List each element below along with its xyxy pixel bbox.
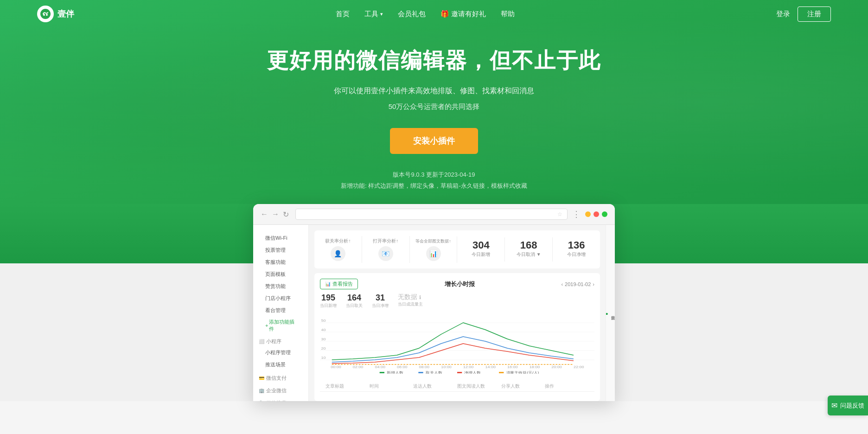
stat-new-value: 304 <box>457 239 504 251</box>
browser-window-controls <box>585 211 607 217</box>
sidebar-item-platform[interactable]: 看台管理 <box>259 305 303 316</box>
browser-more-button[interactable]: ⋮ <box>572 209 581 219</box>
login-button[interactable]: 登录 <box>776 10 790 19</box>
prev-date-icon[interactable]: ‹ <box>561 281 563 287</box>
logo-text: 壹伴 <box>57 8 74 19</box>
stat-new-label: 今日新增 <box>457 251 504 258</box>
svg-text:02:00: 02:00 <box>353 365 364 369</box>
install-button[interactable]: 安装小插件 <box>390 128 478 154</box>
stat-open-rate: 打开率分析↑ 📧 <box>362 236 410 263</box>
growth-stat-nodata: 无数据 ℹ 当日成流量主 <box>398 293 423 309</box>
sidebar-item-wifi[interactable]: 微信Wi-Fi <box>259 232 303 244</box>
hero-subtitle: 你可以使用壹伴小插件来高效地排版、修图、找素材和回消息 <box>334 84 534 98</box>
table-header: 文章标题 时间 送达人数 图文阅读人数 分享人数 操作 <box>320 381 594 392</box>
nav-member[interactable]: 会员礼包 <box>398 10 426 19</box>
stat-net-value: 136 <box>553 239 600 251</box>
navbar-actions: 登录 注册 <box>776 6 831 22</box>
svg-rect-29 <box>457 372 462 373</box>
sidebar-add-plugin[interactable]: + 添加功能插件 <box>259 317 303 334</box>
gift-icon: 🎁 <box>440 10 449 18</box>
nav-tools[interactable]: 工具 <box>364 10 383 19</box>
nav-links: 首页 工具 会员礼包 🎁 邀请有好礼 帮助 <box>336 10 515 19</box>
nav-invite[interactable]: 🎁 邀请有好礼 <box>440 10 486 19</box>
growth-cancel-label: 当日取关 <box>346 303 363 309</box>
svg-text:净增人数: 净增人数 <box>464 371 481 374</box>
stat-fan-rate: 获关率分析↑ 👤 <box>314 236 362 263</box>
hero-subtitle2: 50万公众号运营者的共同选择 <box>389 102 480 111</box>
sidebar-item-service[interactable]: 客服功能 <box>259 256 303 268</box>
svg-text:10: 10 <box>321 356 326 360</box>
stat-cancel-today: 168 今日取消 ▼ <box>505 237 553 262</box>
svg-rect-25 <box>380 372 384 373</box>
sidebar-title-enterprise: 🏢 企业微信 <box>259 387 303 394</box>
browser-address-bar[interactable]: ☆ <box>295 209 568 220</box>
svg-text:50: 50 <box>321 319 326 323</box>
svg-text:00:00: 00:00 <box>331 365 341 369</box>
growth-chart: 50 40 30 20 10 00:00 02:00 04:00 06:00 0… <box>320 313 594 374</box>
sidebar-item-vote[interactable]: 投票管理 <box>259 244 303 256</box>
growth-net-value: 31 <box>372 293 389 303</box>
svg-text:30: 30 <box>321 338 326 341</box>
maximize-button[interactable] <box>594 211 599 217</box>
close-button[interactable] <box>602 211 607 217</box>
svg-text:流量主收益(元/人): 流量主收益(元/人) <box>506 371 539 374</box>
sidebar-title-pay: 💳 微信支付 <box>259 375 303 382</box>
growth-stat-new: 195 当日新增 <box>320 293 337 309</box>
sidebar-item-miniapp-push[interactable]: 推送场景 <box>259 359 303 370</box>
growth-cancel-value: 164 <box>346 293 363 303</box>
growth-stat-cancel: 164 当日取关 <box>346 293 363 309</box>
sidebar-section-enterprise: 🏢 企业微信 <box>253 384 308 397</box>
browser-nav-buttons: ← → ↻ <box>261 210 289 219</box>
browser-bar: ← → ↻ ☆ ⋮ <box>253 204 615 225</box>
stat-fan-rate-icon: 👤 <box>331 246 345 261</box>
logo[interactable]: 壹伴 <box>37 6 74 22</box>
feedback-button[interactable]: ✉ 问题反馈 <box>828 396 868 415</box>
col-share: 分享人数 <box>501 383 545 389</box>
svg-text:20:00: 20:00 <box>551 365 562 369</box>
sidebar-item-miniapp-manage[interactable]: 小程序管理 <box>259 347 303 358</box>
svg-text:12:00: 12:00 <box>463 365 474 369</box>
sidebar-item-store[interactable]: 门店小程序 <box>259 293 303 304</box>
plus-icon: + <box>265 323 268 328</box>
stat-net-label: 今日净增 <box>553 251 600 258</box>
next-date-icon[interactable]: › <box>593 281 594 287</box>
col-time: 时间 <box>370 383 414 389</box>
stat-open-rate-label: 打开率分析↑ <box>362 238 409 244</box>
register-button[interactable]: 注册 <box>798 6 831 22</box>
stats-bar: 获关率分析↑ 👤 打开率分析↑ 📧 等会全部图文数据↑ <box>314 230 600 268</box>
stat-cancel-value: 168 <box>505 239 552 251</box>
no-data-label: 无数据 ℹ <box>398 293 423 301</box>
sidebar-title-miniapp: ⬜ 小程序 <box>259 338 303 345</box>
stat-all-data-icon: 📊 <box>426 246 441 261</box>
browser-forward-button[interactable]: → <box>272 210 279 218</box>
sidebar-section-miniapp: ⬜ 小程序 小程序管理 推送场景 <box>253 335 308 372</box>
side-panel: 壹伴下载回归后 联系我们 <box>606 225 615 401</box>
side-panel-contact-button[interactable]: 联系我们 <box>606 313 608 315</box>
nav-help[interactable]: 帮助 <box>501 10 515 19</box>
main-content: 获关率分析↑ 👤 打开率分析↑ 📧 等会全部图文数据↑ <box>309 225 606 401</box>
browser-mockup: ← → ↻ ☆ ⋮ 微信Wi-Fi 投票管理 客服功能 <box>253 204 615 401</box>
minimize-button[interactable] <box>585 211 591 217</box>
svg-text:40: 40 <box>321 328 326 332</box>
stat-all-data-label: 等会全部图文数据↑ <box>410 238 457 244</box>
sidebar-title-search: 🔍 微信搜索 <box>259 400 303 401</box>
nav-home[interactable]: 首页 <box>336 10 350 19</box>
no-data-sub: 当日成流量主 <box>398 301 423 307</box>
growth-title-wrap: 增长小时报 <box>358 280 561 288</box>
sidebar-item-reward[interactable]: 赞赏功能 <box>259 281 303 292</box>
hero-title: 更好用的微信编辑器，但不止于此 <box>267 46 601 75</box>
growth-card: 查看报告 增长小时报 ‹ 2019-01-02 › 195 <box>314 273 600 401</box>
browser-refresh-button[interactable]: ↻ <box>283 210 289 219</box>
features-text: 新增功能: 样式边距调整，绑定头像，草稿箱-永久链接，模板样式收藏 <box>341 182 527 190</box>
browser-back-button[interactable]: ← <box>261 210 268 218</box>
report-button[interactable]: 查看报告 <box>320 279 358 289</box>
feedback-label: 问题反馈 <box>840 402 864 410</box>
growth-new-value: 195 <box>320 293 337 303</box>
svg-point-0 <box>40 9 51 19</box>
growth-header: 查看报告 增长小时报 ‹ 2019-01-02 › <box>320 279 594 289</box>
chart-area: 50 40 30 20 10 00:00 02:00 04:00 06:00 0… <box>320 313 594 374</box>
sidebar-item-page[interactable]: 页面模板 <box>259 268 303 280</box>
growth-date-value: 2019-01-02 <box>565 281 591 287</box>
svg-text:04:00: 04:00 <box>375 365 385 369</box>
col-title: 文章标题 <box>326 383 370 389</box>
